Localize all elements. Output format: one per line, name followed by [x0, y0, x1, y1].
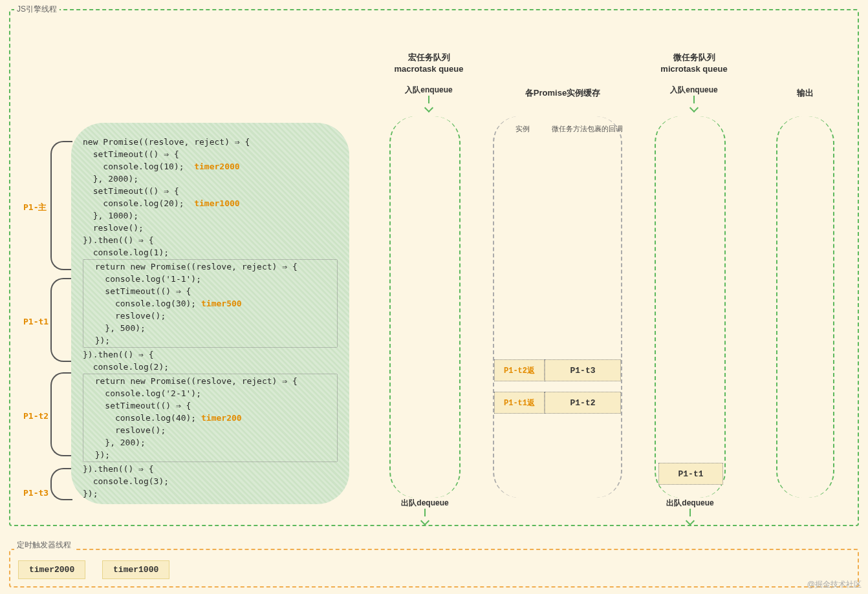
microtask-header: 微任务队列 microtask queue 入队enqueue [639, 52, 749, 112]
output-header: 输出 [776, 87, 834, 99]
label-p1-main: P1-主 [23, 202, 47, 213]
microtask-queue [655, 116, 726, 498]
bracket-p1 [50, 141, 72, 270]
promise-cache-columns: 实例微任务方法包裹的回调 [498, 124, 627, 134]
bracket-p1t3 [50, 468, 72, 500]
timer-thread-panel: 定时触发器线程 timer2000 timer1000 [9, 549, 859, 588]
macrotask-header: 宏任务队列 macrotask queue 入队enqueue [374, 52, 484, 112]
bracket-p1t1 [50, 278, 72, 362]
watermark: @掘金技术社区 [807, 579, 862, 590]
bracket-p1t2 [50, 372, 72, 456]
code-block: new Promise((reslove, reject) ⇒ { setTim… [71, 123, 349, 504]
timer-chip: timer1000 [102, 560, 169, 579]
microtask-dequeue: 出队dequeue [655, 498, 726, 525]
cache-row: P1-t2返 P1-t3 [494, 359, 621, 381]
label-p1-t1: P1-t1 [23, 317, 49, 326]
js-thread-label: JS引擎线程 [14, 4, 60, 15]
macrotask-queue [389, 116, 461, 498]
microtask-item: P1-t1 [658, 463, 723, 485]
promise-cache-box [493, 116, 622, 498]
promise-cache-header: 各Promise实例缓存 [498, 87, 627, 99]
timer-chip: timer2000 [18, 560, 85, 579]
cache-row: P1-t1返 P1-t2 [494, 392, 621, 414]
label-p1-t3: P1-t3 [23, 488, 49, 498]
output-box [776, 116, 834, 498]
timer-thread-label: 定时触发器线程 [14, 540, 74, 551]
macrotask-dequeue: 出队dequeue [389, 498, 461, 525]
label-p1-t2: P1-t2 [23, 411, 49, 421]
